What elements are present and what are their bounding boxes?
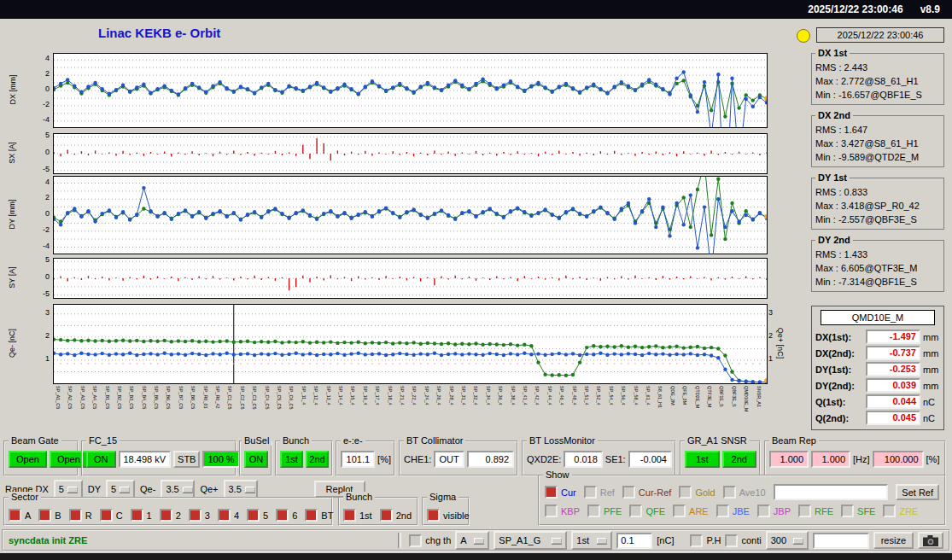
sector-c-checkbox[interactable]: C [100, 509, 123, 522]
checkbox[interactable] [247, 509, 260, 522]
checkbox[interactable] [409, 534, 422, 547]
checkbox[interactable] [584, 486, 597, 499]
checkbox[interactable] [100, 509, 113, 522]
show-zre-checkbox[interactable]: ZRE [883, 505, 918, 517]
sector-bt-checkbox[interactable]: BT [305, 509, 333, 522]
sector-3-checkbox[interactable]: 3 [189, 509, 210, 522]
range-qem-select[interactable]: 3.5 [161, 480, 195, 499]
show-kbp-checkbox[interactable]: KBP [545, 505, 580, 517]
checkbox[interactable] [9, 509, 21, 522]
checkbox[interactable] [131, 509, 143, 522]
sector-b-checkbox[interactable]: B [38, 509, 61, 522]
beam-rep-value3: 100.000 [873, 451, 924, 468]
dx-plot[interactable] [53, 53, 768, 128]
show-qfe-checkbox[interactable]: QFE [629, 505, 665, 517]
checkbox[interactable] [545, 486, 558, 499]
show-ave10-checkbox[interactable]: Ave10 [723, 486, 766, 499]
snsr-2nd-button[interactable]: 2nd [722, 451, 757, 468]
checkbox[interactable] [218, 509, 231, 522]
monitor-label: DX(1st): [815, 332, 863, 342]
bunch-2nd-button[interactable]: 2nd [306, 451, 329, 468]
dx-ytick: 2 [26, 69, 50, 78]
label: KBP [561, 506, 580, 516]
range-dy-select[interactable]: 5 [106, 480, 135, 499]
checkbox[interactable] [629, 505, 642, 517]
show-jbp-checkbox[interactable]: JBP [757, 505, 791, 517]
checkbox[interactable] [38, 509, 51, 522]
checkbox[interactable] [725, 534, 738, 547]
interval-select[interactable]: 300 [766, 531, 809, 550]
show-cur-checkbox[interactable]: Cur [545, 486, 576, 499]
sx-plot[interactable] [53, 133, 768, 174]
checkbox[interactable] [723, 486, 736, 499]
ph-checkbox[interactable]: P.H [690, 534, 721, 547]
set-ref-button[interactable]: Set Ref [896, 484, 939, 500]
checkbox[interactable] [841, 505, 854, 517]
checkbox[interactable] [305, 509, 318, 522]
sector-4-checkbox[interactable]: 4 [218, 509, 239, 522]
sigma-visible-checkbox[interactable] [427, 509, 440, 522]
checkbox[interactable] [189, 509, 201, 522]
screenshot-button[interactable] [918, 532, 943, 549]
checkbox[interactable] [545, 505, 558, 517]
checkbox[interactable] [883, 505, 896, 517]
ee-ratio-group: e-:e- 101.1 [%] [336, 440, 395, 476]
checkbox[interactable] [798, 505, 811, 517]
conti-checkbox[interactable]: conti [725, 534, 761, 547]
bpm-select[interactable]: SP_A1_G [494, 531, 567, 550]
threshold-sector-select[interactable]: A [455, 531, 489, 550]
sector-r-checkbox[interactable]: R [69, 509, 92, 522]
bunch-1st-button[interactable]: 1st [280, 451, 303, 468]
threshold-entry[interactable] [616, 533, 652, 549]
snsr-1st-button[interactable]: 1st [685, 451, 720, 468]
checkbox[interactable] [69, 509, 82, 522]
sy-plot[interactable] [53, 258, 768, 299]
bunch-1st-checkbox[interactable]: 1st [343, 509, 372, 522]
range-dx-select[interactable]: 5 [54, 480, 83, 499]
sector-a-checkbox[interactable]: A [9, 509, 31, 522]
range-qep-label: Qe+ [200, 484, 218, 494]
bunch-2nd-checkbox[interactable]: 2nd [380, 509, 412, 522]
aux-entry[interactable] [813, 533, 869, 549]
checkbox[interactable] [690, 534, 703, 547]
beam-gate-open1-button[interactable]: Open [9, 451, 47, 468]
ref-name-entry[interactable] [774, 484, 889, 500]
checkbox[interactable] [276, 509, 289, 522]
sector-5-checkbox[interactable]: 5 [247, 509, 268, 522]
fc15-on-button[interactable]: ON [86, 451, 116, 468]
show-ref-checkbox[interactable]: Ref [584, 486, 615, 499]
show-jbe-checkbox[interactable]: JBE [716, 505, 750, 517]
label: PFE [604, 506, 622, 516]
sector-6-checkbox[interactable]: 6 [276, 509, 297, 522]
label: ZRE [899, 506, 918, 516]
busel-on-button[interactable]: ON [244, 451, 268, 468]
sector-1-checkbox[interactable]: 1 [131, 509, 152, 522]
checkbox[interactable] [716, 505, 729, 517]
resize-button[interactable]: resize [873, 532, 914, 549]
show-cur-ref-checkbox[interactable]: Cur-Ref [622, 486, 672, 499]
chg-th-checkbox[interactable]: chg th [409, 534, 451, 547]
dy-plot[interactable] [53, 176, 768, 254]
bunch-select[interactable]: 1st [571, 531, 612, 550]
range-qep-select[interactable]: 3.5 [224, 480, 258, 499]
bpm-label: SP_C6_C5 [289, 386, 294, 410]
checkbox[interactable] [343, 509, 356, 522]
checkbox[interactable] [587, 505, 600, 517]
bpm-label: SP_A3_C5 [80, 386, 85, 409]
show-rfe-checkbox[interactable]: RFE [798, 505, 833, 517]
qe-plot[interactable] [53, 304, 768, 384]
monitor-value: 0.039 [866, 378, 920, 393]
group-title: Beam Gate [9, 435, 61, 446]
fc15-stb-button[interactable]: STB [173, 451, 200, 468]
show-are-checkbox[interactable]: ARE [673, 505, 709, 517]
checkbox[interactable] [757, 505, 770, 517]
checkbox[interactable] [679, 486, 692, 499]
show-sfe-checkbox[interactable]: SFE [841, 505, 875, 517]
show-pfe-checkbox[interactable]: PFE [587, 505, 622, 517]
checkbox[interactable] [380, 509, 393, 522]
sector-2-checkbox[interactable]: 2 [160, 509, 181, 522]
checkbox[interactable] [622, 486, 635, 499]
checkbox[interactable] [673, 505, 686, 517]
checkbox[interactable] [160, 509, 172, 522]
show-gold-checkbox[interactable]: Gold [679, 486, 715, 499]
